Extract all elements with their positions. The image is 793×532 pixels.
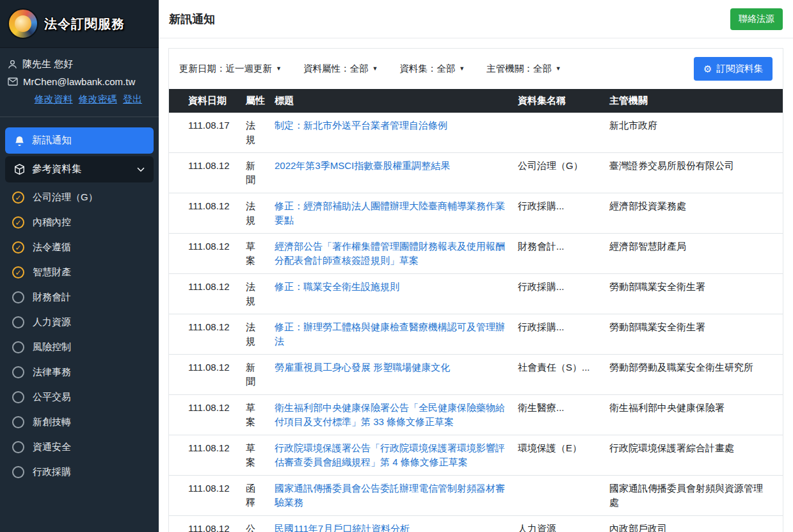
cell-date: 111.08.12 — [169, 476, 241, 516]
sidebar-item-dataset[interactable]: ✓內稽內控 — [0, 210, 159, 235]
filter-value: 全部 — [533, 63, 552, 74]
cell-type: 法規 — [241, 314, 269, 355]
caret-down-icon: ▼ — [556, 65, 561, 72]
cell-type: 新聞 — [241, 153, 269, 193]
news-title-link[interactable]: 民國111年7月戶口統計資料分析 — [275, 523, 410, 532]
cell-type: 函釋 — [241, 476, 269, 516]
sidebar-item-datasets[interactable]: 參考資料集 — [5, 156, 154, 182]
edit-profile-link[interactable]: 修改資料 — [35, 93, 73, 104]
sidebar-item-dataset[interactable]: 風險控制 — [0, 335, 159, 360]
filter-dropdown[interactable]: 資料集：全部▼ — [399, 63, 465, 75]
sidebar-item-dataset[interactable]: 新創技轉 — [0, 410, 159, 435]
cell-date: 111.08.17 — [169, 113, 241, 153]
cell-title: 經濟部公告「著作權集體管理團體財務報表及使用報酬分配表會計師查核簽證規則」草案 — [269, 234, 513, 274]
sidebar-item-dataset[interactable]: ✓智慧財產 — [0, 260, 159, 285]
check-circle-icon: ✓ — [12, 191, 24, 204]
table-row: 111.08.12公告民國111年7月戶口統計資料分析人力資源內政部戶政司 — [169, 516, 783, 532]
filter-label: 主管機關： — [486, 63, 533, 74]
cell-agency: 新北市政府 — [604, 113, 783, 153]
dataset-label: 新創技轉 — [33, 416, 71, 428]
person-icon — [8, 60, 17, 69]
table-row: 111.08.12法規修正：經濟部補助法人團體辦理大陸臺商輔導業務作業要點行政採… — [169, 193, 783, 234]
cell-agency: 勞動部勞動及職業安全衛生研究所 — [604, 355, 783, 395]
cell-dataset — [513, 476, 604, 516]
filter-dropdown[interactable]: 更新日期：近一週更新▼ — [179, 63, 282, 75]
filter-dropdown[interactable]: 主管機關：全部▼ — [486, 63, 561, 75]
cell-title: 修正：經濟部補助法人團體辦理大陸臺商輔導業務作業要點 — [269, 193, 513, 234]
sidebar-item-dataset[interactable]: ✓公司治理（G） — [0, 185, 159, 210]
news-title-link[interactable]: 經濟部公告「著作權集體管理團體財務報表及使用報酬分配表會計師查核簽證規則」草案 — [275, 241, 505, 266]
cell-agency: 勞動部職業安全衛生署 — [604, 314, 783, 355]
sidebar: 法令訂閱服務 陳先生 您好 MrChen@lawbank.com.tw 修改資料… — [0, 0, 159, 532]
caret-down-icon: ▼ — [372, 65, 378, 72]
news-title-link[interactable]: 國家通訊傳播委員會公告委託辦理電信管制射頻器材審驗業務 — [275, 483, 505, 508]
cell-title: 制定：新北市外送平台業者管理自治條例 — [269, 113, 513, 153]
news-title-link[interactable]: 行政院環境保護署公告「行政院環境保護署環境影響評估審查委員會組織規程」第 4 條… — [275, 442, 505, 467]
col-header-type: 屬性 — [241, 89, 269, 113]
sidebar-item-dataset[interactable]: ✓法令遵循 — [0, 235, 159, 260]
cell-date: 111.08.12 — [169, 234, 241, 274]
dataset-label: 智慧財產 — [33, 266, 71, 278]
circle-icon — [12, 416, 24, 428]
cell-dataset — [513, 113, 604, 153]
cell-dataset: 衛生醫療... — [513, 395, 604, 435]
user-greeting: 陳先生 您好 — [22, 58, 73, 70]
cell-title: 修正：辦理勞工體格與健康檢查醫療機構認可及管理辦法 — [269, 314, 513, 355]
news-table-body: 111.08.17法規制定：新北市外送平台業者管理自治條例新北市政府111.08… — [169, 113, 783, 532]
filter-label: 更新日期： — [179, 63, 226, 74]
news-title-link[interactable]: 勞雇重視員工身心發展 形塑職場健康文化 — [275, 362, 450, 373]
sidebar-item-dataset[interactable]: 行政採購 — [0, 460, 159, 485]
user-greeting-line: 陳先生 您好 — [8, 58, 151, 70]
subscribe-datasets-button[interactable]: ⚙ 訂閱資料集 — [694, 57, 773, 81]
news-title-link[interactable]: 修正：職業安全衛生設施規則 — [275, 281, 399, 292]
sidebar-item-dataset[interactable]: 財務會計 — [0, 285, 159, 310]
cell-title: 行政院環境保護署公告「行政院環境保護署環境影響評估審查委員會組織規程」第 4 條… — [269, 435, 513, 476]
circle-icon — [12, 391, 24, 403]
news-title-link[interactable]: 修正：辦理勞工體格與健康檢查醫療機構認可及管理辦法 — [275, 321, 505, 346]
sidebar-item-dataset[interactable]: 法律事務 — [0, 360, 159, 385]
sidebar-item-dataset[interactable]: 資通安全 — [0, 435, 159, 460]
cell-title: 衛生福利部中央健康保險署公告「全民健康保險藥物給付項目及支付標準」第 33 條條… — [269, 395, 513, 435]
cell-title: 2022年第3季MSCI指數臺股權重調整結果 — [269, 153, 513, 193]
sidebar-item-dataset[interactable]: 人力資源 — [0, 310, 159, 335]
contact-lawbank-button[interactable]: 聯絡法源 — [730, 8, 783, 30]
table-row: 111.08.17法規制定：新北市外送平台業者管理自治條例新北市政府 — [169, 113, 783, 153]
dataset-label: 公司治理（G） — [33, 191, 98, 204]
content-area: 更新日期：近一週更新▼資料屬性：全部▼資料集：全部▼主管機關：全部▼ ⚙ 訂閱資… — [159, 38, 793, 532]
cell-agency: 國家通訊傳播委員會射頻與資源管理處 — [604, 476, 783, 516]
sidebar-item-dataset[interactable]: 公平交易 — [0, 385, 159, 410]
circle-icon — [12, 466, 24, 478]
cell-agency: 臺灣證券交易所股份有限公司 — [604, 153, 783, 193]
change-password-link[interactable]: 修改密碼 — [79, 93, 117, 104]
table-row: 111.08.12新聞勞雇重視員工身心發展 形塑職場健康文化社會責任（S）...… — [169, 355, 783, 395]
sidebar-item-label: 新訊通知 — [32, 134, 72, 147]
news-title-link[interactable]: 制定：新北市外送平台業者管理自治條例 — [275, 120, 447, 131]
bell-icon — [14, 135, 25, 146]
circle-icon — [12, 316, 24, 328]
filter-dropdown[interactable]: 資料屬性：全部▼ — [303, 63, 378, 75]
cell-agency: 勞動部職業安全衛生署 — [604, 274, 783, 314]
dataset-label: 公平交易 — [33, 391, 71, 403]
col-header-date: 資料日期 — [169, 89, 241, 113]
filter-value: 近一週更新 — [226, 63, 273, 74]
cell-title: 國家通訊傳播委員會公告委託辦理電信管制射頻器材審驗業務 — [269, 476, 513, 516]
cell-dataset: 環境保護（E） — [513, 435, 604, 476]
cell-title: 修正：職業安全衛生設施規則 — [269, 274, 513, 314]
cell-date: 111.08.12 — [169, 395, 241, 435]
cell-type: 新聞 — [241, 355, 269, 395]
cell-dataset: 財務會計... — [513, 234, 604, 274]
envelope-icon — [8, 77, 18, 86]
app-title: 法令訂閱服務 — [44, 15, 125, 33]
col-header-agency: 主管機關 — [604, 89, 783, 113]
cell-date: 111.08.12 — [169, 516, 241, 532]
circle-icon — [12, 366, 24, 378]
cell-date: 111.08.12 — [169, 274, 241, 314]
news-title-link[interactable]: 2022年第3季MSCI指數臺股權重調整結果 — [275, 160, 450, 171]
table-row: 111.08.12新聞2022年第3季MSCI指數臺股權重調整結果公司治理（G）… — [169, 153, 783, 193]
app-logo[interactable]: 法令訂閱服務 — [0, 0, 159, 48]
news-title-link[interactable]: 修正：經濟部補助法人團體辦理大陸臺商輔導業務作業要點 — [275, 200, 505, 225]
sidebar-item-news[interactable]: 新訊通知 — [5, 127, 154, 154]
cell-type: 草案 — [241, 234, 269, 274]
logout-link[interactable]: 登出 — [123, 93, 142, 104]
news-title-link[interactable]: 衛生福利部中央健康保險署公告「全民健康保險藥物給付項目及支付標準」第 33 條條… — [275, 402, 505, 427]
